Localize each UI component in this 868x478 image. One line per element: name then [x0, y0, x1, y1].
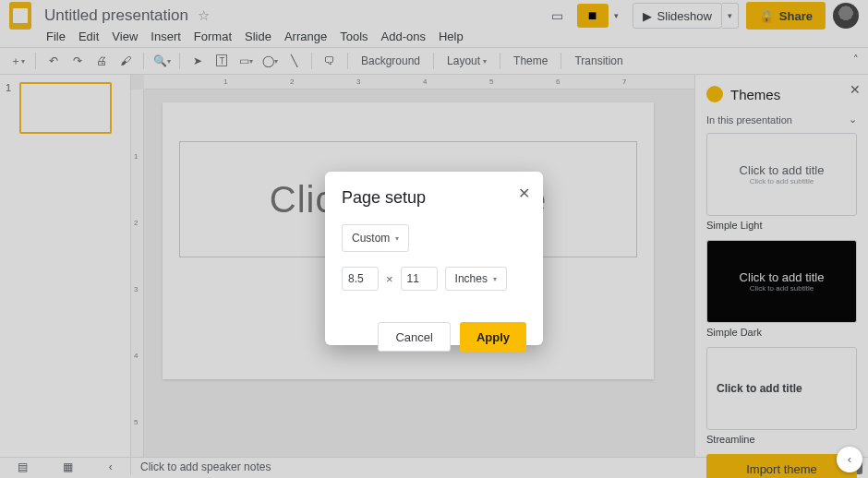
theme-name-simple-light: Simple Light	[706, 220, 857, 231]
width-input[interactable]	[342, 267, 379, 291]
theme-card-simple-light[interactable]: Click to add title Click to add subtitle	[706, 133, 857, 216]
menu-tools[interactable]: Tools	[340, 30, 368, 43]
cancel-button[interactable]: Cancel	[378, 322, 450, 352]
theme-card-subtitle: Click to add subtitle	[750, 284, 814, 293]
themes-icon	[706, 86, 723, 102]
theme-name-simple-dark: Simple Dark	[706, 327, 857, 338]
image-tool[interactable]: ▭▾	[235, 51, 256, 71]
theme-card-title: Click to add title	[740, 270, 825, 284]
background-button[interactable]: Background	[356, 54, 426, 67]
shape-tool[interactable]: ◯▾	[259, 51, 280, 71]
thumb-number: 1	[6, 82, 11, 93]
menu-addons[interactable]: Add-ons	[381, 30, 426, 43]
preset-dropdown-label: Custom	[352, 232, 390, 245]
transition-button[interactable]: Transition	[569, 54, 628, 67]
themes-panel: Themes ✕ In this presentation⌄ Click to …	[694, 75, 868, 457]
comment-button[interactable]: 🗨	[319, 51, 340, 71]
collapse-filmstrip-icon[interactable]: ‹	[109, 460, 113, 473]
theme-card-title: Click to add title	[717, 382, 802, 395]
themes-title: Themes	[730, 87, 780, 102]
theme-card-streamline[interactable]: Click to add title	[706, 347, 857, 430]
doc-title[interactable]: Untitled presentation	[44, 6, 188, 25]
menu-edit[interactable]: Edit	[78, 30, 99, 43]
slideshow-dropdown[interactable]: ▾	[722, 3, 739, 29]
close-themes-icon[interactable]: ✕	[850, 82, 861, 97]
page-setup-dialog: ✕ Page setup Custom ▾ × Inches ▾ Cancel …	[325, 172, 543, 345]
side-panel-toggle[interactable]: ‹	[837, 447, 862, 472]
star-icon[interactable]: ☆	[198, 7, 210, 24]
theme-card-title: Click to add title	[740, 163, 825, 177]
theme-card-simple-dark[interactable]: Click to add title Click to add subtitle	[706, 240, 857, 323]
menu-file[interactable]: File	[46, 30, 66, 43]
zoom-button[interactable]: 🔍▾	[151, 51, 172, 71]
theme-name-streamline: Streamline	[706, 434, 857, 445]
lock-icon: 🔒	[759, 9, 774, 23]
slideshow-button[interactable]: ▶ Slideshow	[633, 3, 722, 29]
thumbnail-panel: 1	[0, 75, 131, 457]
horizontal-ruler: 1 2 3 4 5 6 7	[144, 75, 694, 90]
theme-card-subtitle: Click to add subtitle	[750, 177, 814, 185]
speaker-notes-area[interactable]: Click to add speaker notes	[131, 460, 271, 473]
theme-button[interactable]: Theme	[508, 54, 553, 67]
share-label: Share	[779, 9, 813, 23]
chevron-down-icon: ▾	[493, 275, 497, 283]
menu-view[interactable]: View	[112, 30, 138, 43]
camera-button[interactable]: ■	[577, 4, 609, 28]
units-dropdown-label: Inches	[455, 272, 488, 285]
avatar[interactable]	[833, 3, 859, 29]
new-slide-button[interactable]: ＋▾	[7, 51, 28, 71]
dialog-title: Page setup	[342, 188, 526, 208]
menu-help[interactable]: Help	[439, 30, 464, 43]
slides-logo-icon	[9, 2, 31, 30]
paint-format-button[interactable]: 🖌	[115, 51, 136, 71]
multiply-icon: ×	[386, 272, 393, 286]
vertical-ruler: 1 2 3 4 5	[131, 90, 144, 457]
print-button[interactable]: 🖨	[91, 51, 112, 71]
menu-arrange[interactable]: Arrange	[284, 30, 327, 43]
filmstrip-view-icon[interactable]: ▤	[18, 460, 28, 473]
layout-button[interactable]: Layout▾	[441, 54, 492, 67]
collapse-toolbar-icon[interactable]: ˄	[853, 54, 859, 66]
preset-dropdown[interactable]: Custom ▾	[342, 224, 409, 252]
apply-button[interactable]: Apply	[460, 322, 526, 352]
undo-button[interactable]: ↶	[43, 51, 64, 71]
close-dialog-icon[interactable]: ✕	[518, 185, 530, 202]
present-to-all-icon[interactable]: ▭	[546, 4, 570, 28]
share-button[interactable]: 🔒 Share	[746, 2, 826, 30]
grid-view-icon[interactable]: ▦	[63, 460, 73, 473]
textbox-tool[interactable]: 🅃	[211, 51, 232, 71]
slideshow-label: Slideshow	[657, 9, 712, 23]
redo-button[interactable]: ↷	[67, 51, 88, 71]
line-tool[interactable]: ╲	[283, 51, 304, 71]
toolbar: ＋▾ ↶ ↷ 🖨 🖌 🔍▾ ➤ 🅃 ▭▾ ◯▾ ╲ 🗨 Background L…	[0, 47, 868, 75]
menu-slide[interactable]: Slide	[245, 30, 271, 43]
units-dropdown[interactable]: Inches ▾	[445, 267, 507, 291]
chevron-down-icon: ⌄	[849, 114, 857, 125]
play-icon: ▶	[643, 9, 652, 23]
slide-thumbnail-1[interactable]	[19, 82, 112, 134]
menu-insert[interactable]: Insert	[151, 30, 181, 43]
menu-format[interactable]: Format	[194, 30, 232, 43]
select-tool[interactable]: ➤	[187, 51, 208, 71]
import-theme-button[interactable]: Import theme	[706, 454, 857, 478]
height-input[interactable]	[401, 267, 438, 291]
in-this-presentation-label[interactable]: In this presentation⌄	[706, 114, 857, 125]
chevron-down-icon: ▾	[395, 234, 399, 243]
